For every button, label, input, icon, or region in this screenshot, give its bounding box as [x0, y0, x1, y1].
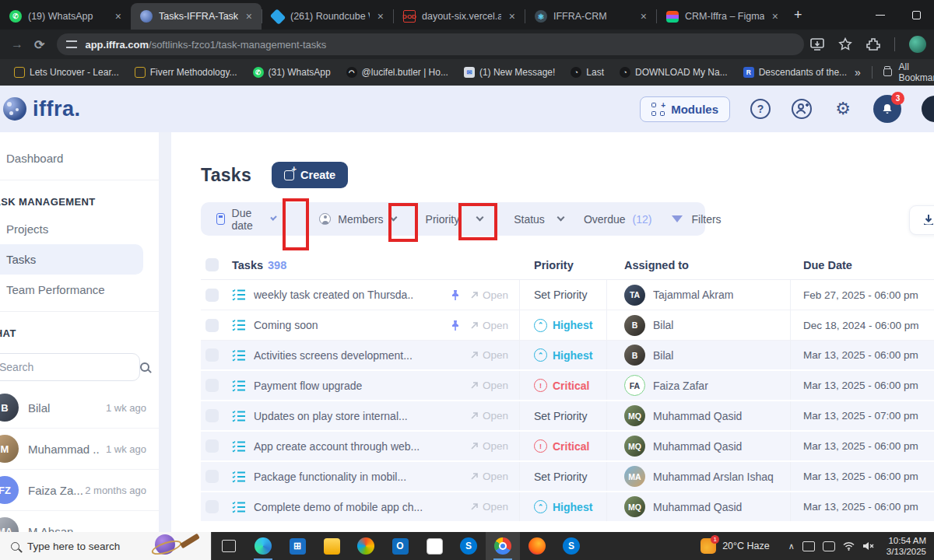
tray-expand-chevron[interactable]: ∧ — [788, 541, 795, 551]
table-row[interactable]: weekly task created on Thursda.. Open Se… — [201, 280, 934, 310]
priority-cell[interactable]: Set Priority — [520, 401, 607, 430]
row-checkbox[interactable] — [205, 348, 219, 362]
row-checkbox[interactable] — [205, 379, 219, 392]
bookmark-item[interactable]: Lets Uncover - Lear... — [6, 67, 127, 78]
table-row[interactable]: App create account through web... Open !… — [201, 432, 934, 462]
filter-due-date[interactable]: Due date — [201, 207, 286, 232]
tab-close-icon[interactable]: × — [639, 10, 648, 23]
row-checkbox[interactable] — [205, 500, 219, 513]
install-app-icon[interactable] — [810, 38, 824, 51]
volume-muted-icon[interactable] — [862, 541, 874, 551]
sidebar-item-team-performance[interactable]: Team Performance — [0, 275, 159, 305]
priority-cell[interactable]: !Critical — [520, 371, 607, 400]
filter-more-filters[interactable]: Filters — [662, 213, 731, 226]
tab-close-icon[interactable]: × — [507, 10, 517, 23]
select-all-checkbox[interactable] — [205, 258, 219, 271]
extensions-icon[interactable] — [866, 37, 880, 51]
table-row[interactable]: Coming soon Open ⌃Highest B Bilal Dec 18… — [201, 310, 934, 341]
user-avatar[interactable] — [922, 96, 934, 122]
chat-user-row[interactable]: B Bilal 1 wk ago — [0, 387, 159, 429]
chrome-icon[interactable] — [486, 532, 520, 560]
help-icon[interactable]: ? — [750, 99, 771, 119]
iffra-logo[interactable]: iffra. — [3, 97, 81, 121]
row-checkbox[interactable] — [205, 319, 219, 332]
maximize-button[interactable] — [898, 0, 934, 30]
priority-cell[interactable]: Set Priority — [520, 462, 607, 491]
copilot-icon[interactable] — [349, 532, 383, 560]
settings-gear-icon[interactable]: ⚙ — [833, 99, 853, 119]
pin-icon[interactable] — [450, 320, 461, 331]
outlook-icon[interactable]: O — [383, 532, 417, 560]
edge-icon[interactable] — [246, 532, 280, 560]
search-icon[interactable] — [140, 362, 149, 372]
tab-iffra-task-pro[interactable]: Tasks-IFFRA-Task Pro × — [131, 3, 262, 30]
chat-search-input[interactable] — [0, 361, 140, 373]
open-task-link[interactable]: Open — [470, 289, 508, 301]
open-task-link[interactable]: Open — [470, 410, 508, 422]
new-tab-button[interactable]: + — [794, 7, 802, 23]
chat-user-row[interactable]: FZ Faiza Za... 2 months ago — [0, 470, 159, 511]
microsoft-store-icon[interactable]: ⊞ — [280, 532, 314, 560]
tab-figma[interactable]: CRM-Iffra – Figma × — [657, 3, 788, 30]
filter-status[interactable]: Status — [504, 213, 574, 226]
bookmark-item[interactable]: RDescendants of the... — [736, 67, 855, 78]
tab-iffra-crm[interactable]: ⚛ IFFRA-CRM × — [525, 3, 656, 30]
tab-close-icon[interactable]: × — [244, 10, 254, 23]
open-task-link[interactable]: Open — [470, 440, 508, 452]
taskbar-weather[interactable]: 20°C Haze — [700, 538, 770, 554]
browser-profile-avatar[interactable] — [909, 36, 926, 53]
tab-close-icon[interactable]: × — [114, 10, 123, 23]
table-row[interactable]: Package functionality in mobil... Open S… — [201, 462, 934, 492]
tab-whatsapp[interactable]: ✆ (19) WhatsApp × — [0, 3, 131, 30]
table-row[interactable]: Payment flow upgrade Open !Critical FA F… — [201, 371, 934, 401]
chevron-down-icon[interactable] — [270, 214, 277, 221]
create-task-button[interactable]: Create — [272, 162, 348, 188]
open-task-link[interactable]: Open — [470, 349, 508, 361]
url-input[interactable]: app.iffra.com/softlinks-fzco1/task-manag… — [57, 33, 804, 55]
table-row[interactable]: Activities screens development... Open ⌃… — [201, 341, 934, 371]
modules-button[interactable]: + Modules — [640, 96, 730, 122]
sidebar-item-tasks[interactable]: Tasks — [0, 244, 143, 275]
pin-icon[interactable] — [450, 289, 461, 301]
open-task-link[interactable]: Open — [470, 471, 508, 482]
wifi-icon[interactable] — [843, 541, 855, 551]
all-bookmarks-label[interactable]: All Bookmarks — [898, 61, 934, 83]
bookmark-item[interactable]: ◔DOWNLOAD My Na... — [612, 67, 736, 78]
open-task-link[interactable]: Open — [470, 380, 508, 391]
bookmark-item[interactable]: Fiverr Methodology... — [127, 67, 245, 78]
table-row[interactable]: Updates on play store internal... Open S… — [201, 401, 934, 432]
minimize-button[interactable] — [862, 0, 898, 30]
sidebar-item-projects[interactable]: Projects — [0, 214, 159, 244]
bookmark-item[interactable]: ◔Last — [563, 67, 612, 78]
tab-roundcube[interactable]: (261) Roundcube We × — [262, 3, 393, 30]
priority-cell[interactable]: !Critical — [520, 432, 607, 460]
open-task-link[interactable]: Open — [470, 501, 508, 513]
chat-user-row[interactable]: MA M Ahsan — [0, 511, 159, 532]
reload-icon[interactable]: ⟳ — [34, 37, 44, 52]
priority-cell[interactable]: ⌃Highest — [520, 341, 607, 369]
filter-overdue[interactable]: Overdue (12) — [574, 213, 662, 226]
task-view-button[interactable] — [212, 532, 246, 560]
site-settings-icon[interactable] — [66, 40, 77, 48]
chevron-down-icon[interactable] — [557, 214, 564, 222]
chat-user-row[interactable]: M Muhammad ... 1 wk ago — [0, 429, 159, 470]
sidebar-item-dashboard[interactable]: Dashboard — [0, 143, 159, 173]
tab-close-icon[interactable]: × — [376, 10, 385, 23]
touch-keyboard-icon[interactable] — [802, 541, 815, 551]
bookmark-star-icon[interactable] — [838, 37, 852, 51]
bookmark-item[interactable]: ✆(31) WhatsApp — [245, 67, 339, 78]
taskbar-search[interactable]: Type here to search — [0, 532, 212, 560]
invite-user-icon[interactable] — [791, 98, 813, 120]
row-checkbox[interactable] — [205, 439, 219, 453]
document-icon[interactable] — [417, 532, 451, 560]
file-explorer-icon[interactable] — [314, 532, 349, 560]
row-checkbox[interactable] — [205, 409, 219, 422]
open-task-link[interactable]: Open — [470, 320, 508, 331]
tab-dayout[interactable]: DOD dayout-six.vercel.app × — [394, 3, 525, 30]
firefox-icon[interactable] — [520, 532, 554, 560]
bookmark-item[interactable]: ◠@lucifel.butler | Ho... — [339, 67, 456, 78]
bookmark-item[interactable]: ✉(1) New Message! — [456, 67, 563, 78]
tab-close-icon[interactable]: × — [771, 10, 780, 23]
screen-snip-icon[interactable] — [823, 541, 835, 551]
row-checkbox[interactable] — [205, 470, 219, 483]
